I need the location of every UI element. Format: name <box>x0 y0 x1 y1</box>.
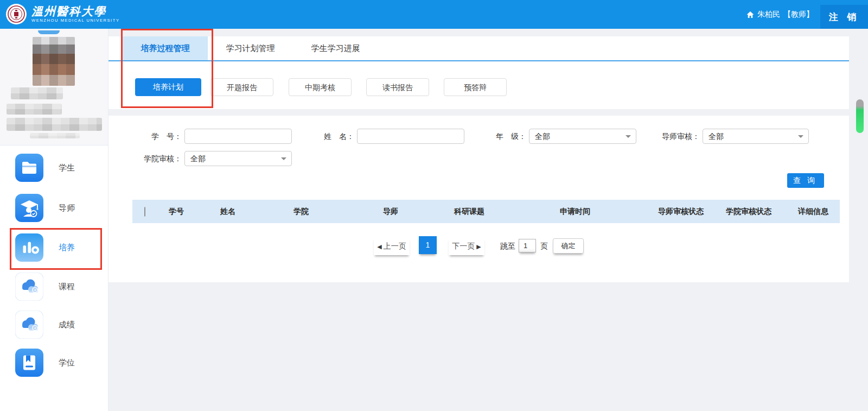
select-all-checkbox[interactable] <box>144 207 145 217</box>
profile-redacted-line <box>30 133 80 138</box>
sidebar-item-label: 学位 <box>59 349 75 377</box>
student-id-label: 学 号： <box>127 129 182 144</box>
bar-chart-icon <box>15 233 43 262</box>
home-icon[interactable] <box>746 10 755 19</box>
content-panel: 学 号： 姓 名： 年 级： 全部 导师审核： 全部 学院审核： 全部 查 询 … <box>108 116 849 282</box>
sidebar-item-label: 培养 <box>59 233 75 262</box>
profile-redacted-line <box>11 87 63 99</box>
col-college-audit-status: 学院审核状态 <box>711 207 787 217</box>
mentor-audit-select-value: 全部 <box>709 132 724 141</box>
col-apply-time: 申请时间 <box>499 207 651 217</box>
tab-bar: 培养过程管理 学习计划管理 学生学习进展 <box>108 36 849 61</box>
app-header: 溫州醫科大學 WENZHOU MEDICAL UNIVERSITY 朱柏民 【教… <box>0 0 868 29</box>
chevron-down-icon <box>798 135 803 141</box>
grade-select-value: 全部 <box>535 132 550 141</box>
subnav-reading-report[interactable]: 读书报告 <box>366 78 429 96</box>
col-name: 姓名 <box>195 207 260 217</box>
sidebar-item-label: 成绩 <box>59 311 75 339</box>
chevron-down-icon <box>626 135 631 141</box>
sidebar-item-grades[interactable]: 成绩 <box>0 311 108 339</box>
college-audit-label: 学院审核： <box>127 151 182 166</box>
tab-student-progress[interactable]: 学生学习进展 <box>293 36 378 60</box>
user-name[interactable]: 朱柏民 <box>757 10 780 20</box>
grade-label: 年 级： <box>472 129 526 144</box>
col-research-topic: 科研课题 <box>439 207 499 217</box>
profile-redacted-line <box>7 118 102 131</box>
grade-select[interactable]: 全部 <box>529 129 636 144</box>
tabs-panel: 培养过程管理 学习计划管理 学生学习进展 培养计划 开题报告 中期考核 读书报告… <box>108 36 849 109</box>
logout-button[interactable]: 注 销 <box>820 5 868 29</box>
table-header-row: 学号 姓名 学院 导师 科研课题 申请时间 导师审核状态 学院审核状态 详细信息 <box>132 200 840 223</box>
university-emblem-icon <box>5 3 27 25</box>
subnav-cultivation-plan[interactable]: 培养计划 <box>135 78 201 96</box>
next-arrow-icon: ▶ <box>475 243 481 250</box>
select-all-cell <box>132 207 157 216</box>
university-name-zh: 溫州醫科大學 <box>31 5 120 17</box>
prev-arrow-icon: ◀ <box>377 243 384 250</box>
mentor-audit-label: 导师审核： <box>646 129 700 144</box>
col-mentor-audit-status: 导师审核状态 <box>651 207 711 217</box>
mentor-icon <box>15 194 43 222</box>
page-unit-label: 页 <box>540 237 548 255</box>
cloud-sync-icon <box>15 273 43 301</box>
subnav-proposal-report[interactable]: 开题报告 <box>210 78 273 96</box>
subnav-pre-defense[interactable]: 预答辩 <box>444 78 507 96</box>
profile-redacted-line <box>7 104 62 115</box>
folder-icon <box>15 154 43 182</box>
col-detail-info: 详细信息 <box>787 207 840 217</box>
next-page-button[interactable]: 下一页 ▶ <box>449 237 484 255</box>
sidebar-item-degrees[interactable]: 学位 <box>0 349 108 377</box>
chevron-down-icon <box>281 157 286 163</box>
mentor-audit-select[interactable]: 全部 <box>703 129 809 144</box>
sidebar-item-courses[interactable]: 课程 <box>0 273 108 301</box>
tab-cultivation-process[interactable]: 培养过程管理 <box>123 36 208 60</box>
name-label: 姓 名： <box>300 129 354 144</box>
cloud-sync-icon <box>15 311 43 339</box>
subnav-midterm-assessment[interactable]: 中期考核 <box>289 78 352 96</box>
tab-study-plan[interactable]: 学习计划管理 <box>208 36 293 60</box>
sidebar-item-cultivation[interactable]: 培养 <box>0 233 108 262</box>
sidebar: 学生 导师 培养 <box>0 29 108 411</box>
sidebar-item-label: 学生 <box>59 154 75 182</box>
name-input[interactable] <box>357 129 464 144</box>
university-logo: 溫州醫科大學 WENZHOU MEDICAL UNIVERSITY <box>5 3 120 25</box>
sidebar-item-label: 课程 <box>59 273 75 301</box>
jump-to-label: 跳至 <box>500 237 515 255</box>
page-number-current[interactable]: 1 <box>419 236 437 254</box>
profile-card <box>0 29 108 146</box>
student-id-input[interactable] <box>184 129 292 144</box>
col-mentor: 导师 <box>342 207 439 217</box>
sidebar-item-mentors[interactable]: 导师 <box>0 194 108 222</box>
scrollbar-thumb[interactable] <box>856 99 864 133</box>
col-student-id: 学号 <box>157 207 195 217</box>
sidebar-item-label: 导师 <box>59 194 75 222</box>
col-college: 学院 <box>260 207 342 217</box>
college-audit-select[interactable]: 全部 <box>184 151 292 166</box>
user-role-badge: 【教师】 <box>783 10 814 20</box>
university-name-en: WENZHOU MEDICAL UNIVERSITY <box>31 18 120 23</box>
college-audit-select-value: 全部 <box>190 154 206 163</box>
confirm-button[interactable]: 确定 <box>553 238 584 254</box>
degree-book-icon <box>15 349 43 377</box>
prev-page-button[interactable]: ◀ 上一页 <box>374 237 410 255</box>
profile-decoration <box>38 30 60 34</box>
avatar <box>33 37 75 86</box>
sidebar-item-students[interactable]: 学生 <box>0 154 108 182</box>
jump-page-input[interactable] <box>519 239 536 252</box>
search-button[interactable]: 查 询 <box>787 173 824 188</box>
